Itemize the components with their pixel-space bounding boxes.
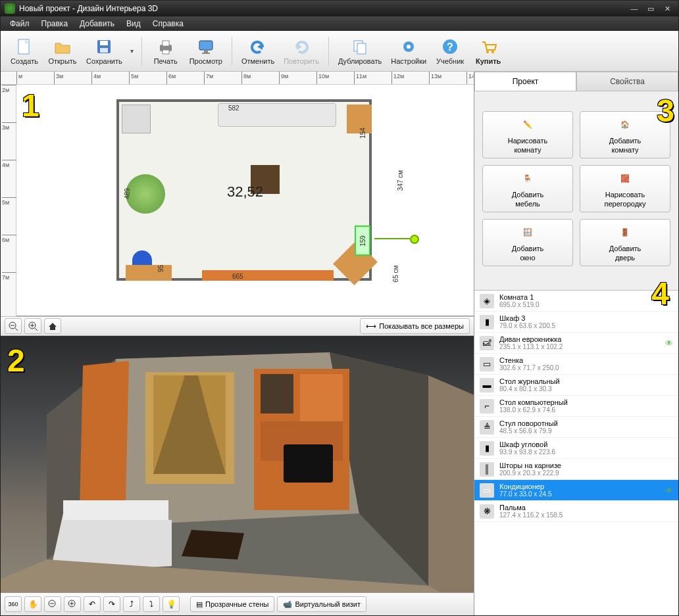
- selection-line: [374, 238, 410, 239]
- svg-rect-4: [100, 48, 108, 53]
- plan-object-shelf[interactable]: [202, 270, 334, 281]
- list-item[interactable]: 🛋 Диван еврокнижка 235.1 x 113.1 x 102.2…: [474, 333, 678, 354]
- redo-button[interactable]: Повторить: [280, 35, 323, 68]
- zoom-out-button[interactable]: [5, 318, 22, 334]
- 3d-viewport[interactable]: 2: [1, 336, 474, 593]
- save-button[interactable]: Сохранить: [82, 35, 126, 68]
- save-dropdown-icon[interactable]: ▾: [130, 47, 134, 55]
- monitor-icon: [197, 37, 215, 56]
- separator: [328, 37, 329, 66]
- preview-button[interactable]: Просмотр: [186, 35, 226, 68]
- folder-open-icon: [53, 37, 72, 56]
- rotate-right-button[interactable]: ↷: [103, 596, 120, 612]
- svg-marker-28: [49, 323, 57, 330]
- virtual-visit-button[interactable]: 📹Виртуальный визит: [277, 596, 366, 612]
- save-icon: [95, 37, 113, 56]
- ruler-tick: 7м: [204, 72, 213, 85]
- visibility-icon[interactable]: 👁: [665, 339, 673, 348]
- pan-button[interactable]: ✋: [24, 596, 41, 612]
- list-item[interactable]: ⌐ Стол компьютерный 138.0 x 62.9 x 74.6: [474, 396, 678, 417]
- object-dims: 79.0 x 63.6 x 200.5: [499, 322, 555, 329]
- tab-properties[interactable]: Свойства: [576, 72, 678, 91]
- list-item[interactable]: ▮ Шкаф угловой 93.9 x 93.8 x 223.6: [474, 438, 678, 459]
- menu-help[interactable]: Справка: [147, 17, 189, 30]
- tilt-up-button[interactable]: ⤴: [123, 596, 140, 612]
- list-item[interactable]: ◈ Комната 1 695.0 x 519.0: [474, 291, 678, 312]
- selection-handle[interactable]: [410, 235, 419, 244]
- object-name: Стол компьютерный: [499, 398, 568, 406]
- plan-object-desk[interactable]: [126, 265, 172, 281]
- menu-view[interactable]: Вид: [121, 17, 146, 30]
- list-item[interactable]: ║ Шторы на карнизе 200.9 x 20.3 x 222.9: [474, 459, 678, 480]
- svg-line-22: [15, 328, 18, 331]
- zoom-out-3d-button[interactable]: [44, 596, 61, 612]
- list-item[interactable]: ▭ Кондиционер 77.0 x 33.0 x 24.5 👁: [474, 480, 678, 501]
- duplicate-icon: [351, 37, 369, 56]
- svg-rect-10: [202, 53, 210, 54]
- close-button[interactable]: ✕: [660, 3, 674, 14]
- object-dims: 93.9 x 93.8 x 223.6: [499, 448, 555, 456]
- cart-icon: [479, 37, 497, 56]
- list-item[interactable]: ▮ Шкаф 3 79.0 x 63.6 x 200.5: [474, 312, 678, 333]
- ruler-tick: 7м: [2, 272, 16, 281]
- maximize-button[interactable]: ▭: [643, 3, 658, 14]
- ruler-tick: 4м: [2, 160, 16, 168]
- add-room-button[interactable]: 🏠Добавитькомнату: [580, 111, 670, 158]
- object-list[interactable]: ◈ Комната 1 695.0 x 519.0 ▮ Шкаф 3 79.0 …: [474, 290, 678, 615]
- tab-project[interactable]: Проект: [474, 72, 576, 91]
- minimize-button[interactable]: —: [627, 3, 641, 14]
- object-icon: ≜: [480, 420, 494, 435]
- print-button[interactable]: Печать: [147, 35, 184, 68]
- ruler-tick: 3м: [54, 72, 63, 85]
- duplicate-button[interactable]: Дублировать: [334, 35, 386, 68]
- main-toolbar: Создать Открыть Сохранить ▾ Печать Просм…: [1, 31, 678, 72]
- rotate-left-button[interactable]: ↶: [84, 596, 101, 612]
- draw-room-button[interactable]: ✏️Нарисоватькомнату: [482, 111, 573, 158]
- dim-right: 347 см: [397, 170, 404, 191]
- svg-rect-0: [18, 39, 29, 54]
- tutorial-button[interactable]: ?Учебник: [432, 35, 468, 68]
- object-text: Стол компьютерный 138.0 x 62.9 x 74.6: [499, 398, 568, 414]
- separator: [232, 37, 232, 66]
- svg-point-20: [491, 51, 494, 53]
- light-button[interactable]: 💡: [163, 596, 180, 612]
- file-new-icon: [15, 37, 34, 56]
- gear-icon: [399, 37, 418, 56]
- plan-object-plant[interactable]: [126, 174, 165, 214]
- menu-add[interactable]: Добавить: [74, 17, 120, 30]
- menu-file[interactable]: Файл: [5, 17, 35, 30]
- svg-line-25: [35, 328, 38, 331]
- new-button[interactable]: Создать: [6, 35, 43, 68]
- add-window-button[interactable]: 🪟Добавитьокно: [482, 219, 573, 266]
- rotate-360-button[interactable]: 360: [5, 596, 22, 612]
- home-view-button[interactable]: [44, 318, 61, 334]
- zoom-in-3d-button[interactable]: [64, 596, 81, 612]
- add-furniture-button[interactable]: 🪑Добавитьмебель: [482, 165, 573, 212]
- list-item[interactable]: ❋ Пальма 127.4 x 116.2 x 158.5: [474, 501, 678, 522]
- svg-marker-11: [257, 43, 263, 50]
- svg-text:?: ?: [447, 41, 453, 53]
- zoom-in-button[interactable]: [24, 318, 41, 334]
- open-button[interactable]: Открыть: [44, 35, 81, 68]
- object-name: Шкаф угловой: [499, 440, 555, 448]
- show-all-dims-button[interactable]: ⟷Показывать все размеры: [360, 318, 470, 334]
- object-icon: 🛋: [480, 336, 494, 350]
- draw-partition-button[interactable]: 🧱Нарисоватьперегородку: [580, 165, 670, 212]
- ruler-tick: 14м: [466, 72, 474, 85]
- visibility-icon[interactable]: 👁: [665, 486, 673, 495]
- list-item[interactable]: ▬ Стол журнальный 80.4 x 80.1 x 30.3: [474, 375, 678, 396]
- add-door-button[interactable]: 🚪Добавитьдверь: [580, 219, 670, 266]
- settings-button[interactable]: Настройки: [387, 35, 430, 68]
- object-dims: 302.6 x 71.7 x 250.0: [499, 364, 559, 371]
- 3d-controls: 360 ✋ ↶ ↷ ⤴ ⤵ 💡 ▤Прозрачные стены 📹Вирту…: [1, 593, 474, 615]
- menu-edit[interactable]: Правка: [36, 17, 74, 30]
- svg-marker-12: [297, 43, 302, 50]
- transparent-walls-button[interactable]: ▤Прозрачные стены: [190, 596, 274, 612]
- undo-button[interactable]: Отменить: [238, 35, 278, 68]
- list-item[interactable]: ≜ Стул поворотный 48.5 x 56.6 x 79.9: [474, 417, 678, 438]
- floor-plan-canvas[interactable]: 32,52 582 347 см 154 159 65 см 489 665 9…: [16, 85, 474, 316]
- plan-object[interactable]: [122, 105, 151, 133]
- tilt-down-button[interactable]: ⤵: [143, 596, 160, 612]
- buy-button[interactable]: Купить: [470, 35, 507, 68]
- list-item[interactable]: ▭ Стенка 302.6 x 71.7 x 250.0: [474, 354, 678, 375]
